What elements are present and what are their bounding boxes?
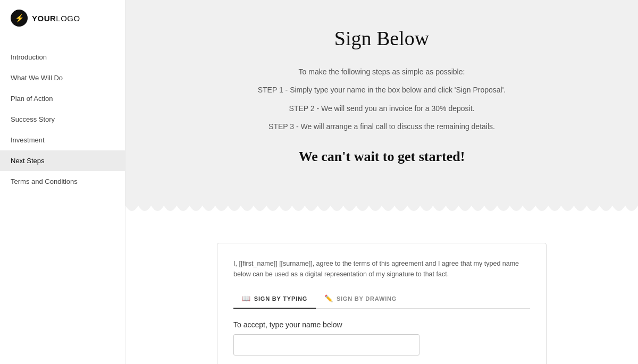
tab-sign-by-drawing[interactable]: ✏️ SIGN BY DRAWING — [316, 290, 405, 309]
sidebar-item-what-we-will-do[interactable]: What We Will Do — [0, 67, 125, 88]
hero-title: Sign Below — [189, 27, 574, 50]
sidebar-item-success-story[interactable]: Success Story — [0, 109, 125, 130]
agreement-text: I, [[first_name]] [[surname]], agree to … — [233, 258, 530, 280]
tab-drawing-label: SIGN BY DRAWING — [337, 295, 397, 302]
sidebar-item-investment[interactable]: Investment — [0, 130, 125, 150]
main-content: Sign Below To make the following steps a… — [125, 0, 638, 364]
sidebar-item-terms-and-conditions[interactable]: Terms and Conditions — [0, 171, 125, 192]
tab-typing-label: SIGN BY TYPING — [254, 295, 307, 302]
sidebar-nav: Introduction What We Will Do Plan of Act… — [0, 36, 125, 192]
accept-label: To accept, type your name below — [233, 320, 530, 329]
sidebar-item-introduction[interactable]: Introduction — [0, 47, 125, 67]
hero-subtitle: To make the following steps as simple as… — [189, 66, 574, 78]
sidebar: ⚡ YOURLOGO Introduction What We Will Do … — [0, 0, 125, 364]
wave-divider — [125, 206, 638, 222]
hero-step3: STEP 3 - We will arrange a final call to… — [189, 121, 574, 132]
sign-card: I, [[first_name]] [[surname]], agree to … — [217, 243, 547, 364]
pen-icon: ✏️ — [324, 294, 333, 302]
sidebar-item-next-steps[interactable]: Next Steps — [0, 150, 125, 171]
name-input[interactable] — [233, 334, 419, 355]
hero-section: Sign Below To make the following steps a… — [125, 0, 638, 206]
hero-excited: We can't wait to get started! — [189, 146, 574, 168]
hero-step1: STEP 1 - Simply type your name in the bo… — [189, 84, 574, 96]
book-icon: 📖 — [242, 294, 251, 302]
logo: ⚡ YOURLOGO — [0, 0, 125, 36]
sidebar-item-plan-of-action[interactable]: Plan of Action — [0, 88, 125, 109]
lightning-icon: ⚡ — [15, 14, 24, 23]
sign-section: I, [[first_name]] [[surname]], agree to … — [125, 222, 638, 364]
logo-icon: ⚡ — [11, 10, 28, 27]
hero-step2: STEP 2 - We will send you an invoice for… — [189, 103, 574, 114]
sign-tabs: 📖 SIGN BY TYPING ✏️ SIGN BY DRAWING — [233, 290, 530, 309]
tab-sign-by-typing[interactable]: 📖 SIGN BY TYPING — [233, 290, 316, 309]
logo-text: YOURLOGO — [32, 14, 80, 23]
